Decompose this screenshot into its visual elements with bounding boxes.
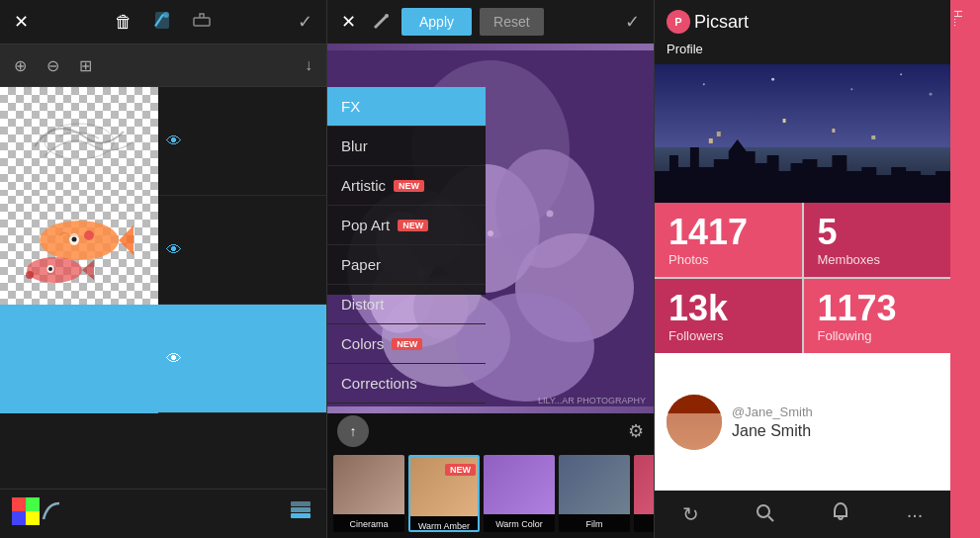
picsart-logo: P Picsart: [667, 10, 749, 34]
fx-thumb-cinerama[interactable]: Cinerama: [333, 455, 404, 532]
fx-menu-item-corrections[interactable]: Corrections: [327, 364, 486, 404]
fx-brush-icon[interactable]: [368, 7, 394, 38]
memboxes-count: 5: [818, 215, 937, 250]
refresh-icon[interactable]: ↻: [674, 494, 707, 534]
svg-line-48: [768, 516, 773, 521]
layer-visibility-icon[interactable]: 👁: [158, 241, 190, 259]
fx-thumb-label: ···: [634, 514, 654, 532]
more-icon[interactable]: ···: [899, 495, 932, 534]
svg-rect-42: [709, 138, 713, 143]
stat-tile-followers[interactable]: 13k Followers: [655, 279, 802, 353]
svg-point-0: [163, 12, 169, 18]
fx-confirm-icon[interactable]: ✓: [621, 7, 644, 37]
add-layer-button[interactable]: ⊞: [73, 50, 98, 81]
layer-preview: [0, 87, 158, 196]
following-count: 1173: [818, 291, 937, 326]
svg-point-37: [703, 83, 705, 85]
stat-tile-memboxes[interactable]: 5 Memboxes: [804, 203, 951, 277]
layer-item[interactable]: 👁: [0, 196, 326, 305]
memboxes-label: Memboxes: [818, 252, 937, 267]
svg-point-3: [40, 221, 119, 260]
settings-icon[interactable]: ⚙: [628, 420, 644, 442]
fx-menu-item-blur[interactable]: Blur: [327, 127, 486, 166]
merge-layers-button[interactable]: ⊕: [8, 50, 33, 81]
svg-rect-15: [291, 513, 311, 518]
flatten-layers-button[interactable]: ⊖: [41, 50, 65, 81]
stroke-icon[interactable]: [40, 499, 63, 528]
photos-count: 1417: [668, 215, 788, 250]
fx-menu-item-distort[interactable]: Distort: [327, 285, 486, 324]
notifications-icon[interactable]: [822, 493, 859, 536]
layer-item[interactable]: 👁: [0, 87, 326, 196]
svg-rect-45: [832, 129, 835, 133]
svg-rect-46: [871, 135, 875, 139]
download-layer-button[interactable]: ↓: [299, 50, 318, 80]
svg-point-6: [27, 257, 82, 283]
fx-bottom-toolbar: ↑ ⚙: [327, 413, 654, 449]
stat-tile-following[interactable]: 1173 Following: [804, 279, 951, 353]
profile-section-title: Profile: [655, 40, 950, 64]
fx-menu-item-fx[interactable]: FX: [327, 87, 486, 127]
layer-visibility-icon[interactable]: 👁: [158, 133, 190, 150]
photo-credit: LILY...AR PHOTOGRAPHY: [538, 396, 646, 405]
delete-icon[interactable]: 🗑: [111, 8, 136, 37]
svg-point-47: [757, 505, 769, 517]
fx-menu-item-paper[interactable]: Paper: [327, 245, 486, 285]
fx-thumb-label: Cinerama: [333, 514, 404, 532]
fx-menu-item-colors[interactable]: Colors NEW: [327, 324, 486, 364]
fx-close-icon[interactable]: ✕: [337, 7, 360, 37]
svg-point-9: [84, 230, 94, 240]
search-icon[interactable]: [746, 493, 783, 536]
fx-thumb-warm-color[interactable]: Warm Color: [484, 455, 555, 532]
upload-button[interactable]: ↑: [337, 415, 369, 447]
svg-rect-43: [717, 132, 721, 136]
svg-rect-14: [26, 511, 40, 525]
confirm-icon[interactable]: ✓: [294, 7, 316, 37]
layer-item[interactable]: 👁: [0, 305, 326, 413]
svg-point-39: [850, 88, 852, 90]
layer-controls: ⊕ ⊖ ⊞ ↓: [0, 44, 326, 87]
eraser-icon[interactable]: [188, 6, 216, 39]
layer-visibility-icon[interactable]: 👁: [158, 350, 190, 368]
svg-point-33: [547, 211, 554, 218]
brush-icon[interactable]: [148, 6, 176, 39]
fx-thumb-film[interactable]: Film: [559, 455, 630, 532]
user-name: Jane Smith: [732, 422, 813, 440]
user-info: @Jane_Smith Jane Smith: [732, 404, 813, 440]
fx-menu-item-popart[interactable]: Pop Art NEW: [327, 206, 486, 245]
close-icon[interactable]: ✕: [10, 7, 33, 37]
color-picker-icon[interactable]: [12, 497, 40, 530]
svg-point-38: [771, 78, 774, 81]
fx-thumb-label: Film: [559, 514, 630, 532]
svg-rect-13: [12, 511, 26, 525]
artistic-new-badge: NEW: [394, 180, 424, 192]
user-handle: @Jane_Smith: [732, 404, 813, 419]
layer-toolbar: ✕ 🗑 ✓: [0, 0, 326, 44]
right-peek-panel: H...: [950, 0, 980, 538]
right-peek-label: H...: [950, 0, 980, 37]
layer-thumbnail: [0, 305, 158, 413]
stat-tile-photos[interactable]: 1417 Photos: [655, 203, 802, 277]
logo-icon: P: [667, 10, 690, 34]
layers-stack-icon[interactable]: [287, 497, 314, 530]
warm-amber-new-badge: NEW: [445, 464, 476, 476]
fx-preview-area: FX Blur Artistic NEW Pop Art NEW Paper D…: [327, 44, 654, 413]
layer-thumbnail: [0, 196, 158, 305]
fx-thumb-extra[interactable]: NEW ···: [634, 455, 654, 532]
user-card[interactable]: @Jane_Smith Jane Smith: [655, 353, 950, 491]
reset-button[interactable]: Reset: [480, 8, 544, 36]
apply-button[interactable]: Apply: [401, 8, 472, 36]
popart-new-badge: NEW: [398, 220, 428, 231]
fx-thumb-label: Warm Color: [484, 514, 555, 532]
photos-label: Photos: [668, 252, 788, 267]
fx-thumb-label: Warm Amber: [410, 516, 478, 532]
svg-rect-44: [783, 119, 786, 123]
svg-rect-1: [194, 18, 210, 26]
svg-rect-17: [291, 501, 311, 506]
svg-rect-12: [26, 497, 40, 511]
fx-menu-item-artistic[interactable]: Artistic NEW: [327, 166, 486, 206]
fx-filmstrip: Cinerama NEW Warm Amber Warm Color Film: [327, 449, 654, 538]
fx-thumb-warm-amber[interactable]: NEW Warm Amber: [408, 455, 480, 532]
layer-editor-panel: ✕ 🗑 ✓ ⊕ ⊖ ⊞ ↓: [0, 0, 326, 538]
svg-point-32: [488, 230, 493, 236]
